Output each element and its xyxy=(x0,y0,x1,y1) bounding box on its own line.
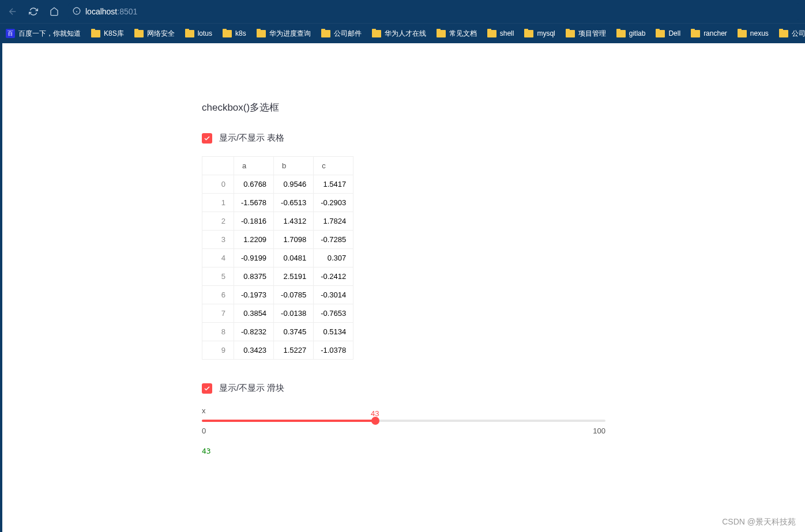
folder-icon xyxy=(372,30,381,37)
table-row[interactable]: 2-0.18161.43121.7824 xyxy=(202,212,353,231)
cell[interactable]: 1.5417 xyxy=(314,175,353,194)
folder-icon xyxy=(656,30,665,37)
slider-output: 43 xyxy=(202,447,605,455)
cell[interactable]: -0.6513 xyxy=(274,194,314,212)
folder-icon xyxy=(616,30,626,37)
bookmark-label: Dell xyxy=(668,29,680,37)
site-icon: 百 xyxy=(6,29,15,38)
bookmark-item[interactable]: k8s xyxy=(223,29,246,37)
bookmark-item[interactable]: mysql xyxy=(524,29,555,37)
back-button[interactable] xyxy=(6,5,20,18)
bookmark-item[interactable]: gitlab xyxy=(616,29,646,37)
slider-track[interactable] xyxy=(202,420,605,422)
bookmark-item[interactable]: 华为进度查询 xyxy=(257,29,311,39)
folder-icon xyxy=(321,30,330,37)
checkbox-show-slider[interactable]: 显示/不显示 滑块 xyxy=(202,383,605,394)
slider-thumb[interactable] xyxy=(371,417,379,425)
checkbox-icon[interactable] xyxy=(202,133,212,144)
column-header[interactable]: b xyxy=(274,157,314,175)
home-button[interactable] xyxy=(47,5,61,18)
cell[interactable]: 0.3423 xyxy=(234,341,274,360)
page-body: checkbox()多选框 显示/不显示 表格 abc 00.67680.954… xyxy=(0,43,805,532)
bookmark-label: shell xyxy=(500,29,514,37)
bookmark-item[interactable]: 华为人才在线 xyxy=(372,29,426,39)
bookmark-label: rancher xyxy=(704,29,727,37)
bookmark-label: K8S库 xyxy=(104,29,124,39)
row-index: 0 xyxy=(202,175,234,194)
cell[interactable]: 0.3854 xyxy=(234,304,274,323)
cell[interactable]: 0.5134 xyxy=(314,323,353,341)
cell[interactable]: 0.8375 xyxy=(234,267,274,286)
cell[interactable]: 1.4312 xyxy=(274,212,314,231)
table-row[interactable]: 70.3854-0.0138-0.7653 xyxy=(202,304,353,323)
bookmark-item[interactable]: nexus xyxy=(738,29,769,37)
cell[interactable]: 0.3745 xyxy=(274,323,314,341)
folder-icon xyxy=(524,30,533,37)
bookmark-item[interactable]: Dell xyxy=(656,29,680,37)
info-icon[interactable] xyxy=(73,7,81,17)
cell[interactable]: 1.7098 xyxy=(274,231,314,249)
cell[interactable]: 0.6768 xyxy=(234,175,274,194)
bookmark-item[interactable]: 百百度一下，你就知道 xyxy=(6,29,81,39)
data-table[interactable]: abc 00.67680.95461.54171-1.5678-0.6513-0… xyxy=(202,156,353,360)
column-header[interactable]: c xyxy=(314,157,353,175)
cell[interactable]: -0.1973 xyxy=(234,286,274,304)
cell[interactable]: 0.0481 xyxy=(274,249,314,267)
bookmark-item[interactable]: K8S库 xyxy=(91,29,124,39)
bookmark-item[interactable]: lotus xyxy=(185,29,212,37)
table-row[interactable]: 50.83752.5191-0.2412 xyxy=(202,267,353,286)
table-row[interactable]: 90.34231.5227-1.0378 xyxy=(202,341,353,360)
cell[interactable]: -0.0138 xyxy=(274,304,314,323)
table-row[interactable]: 8-0.82320.37450.5134 xyxy=(202,323,353,341)
checkbox-show-table[interactable]: 显示/不显示 表格 xyxy=(202,133,605,144)
table-row[interactable]: 31.22091.7098-0.7285 xyxy=(202,231,353,249)
cell[interactable]: -1.5678 xyxy=(234,194,274,212)
cell[interactable]: -0.8232 xyxy=(234,323,274,341)
cell[interactable]: -0.0785 xyxy=(274,286,314,304)
slider-label: x xyxy=(202,406,605,415)
cell[interactable]: -0.9199 xyxy=(234,249,274,267)
cell[interactable]: 0.307 xyxy=(314,249,353,267)
table-row[interactable]: 1-1.5678-0.6513-0.2903 xyxy=(202,194,353,212)
bookmark-label: 华为进度查询 xyxy=(269,29,311,39)
cell[interactable]: -0.3014 xyxy=(314,286,353,304)
bookmark-item[interactable]: 公司邮件 xyxy=(321,29,362,39)
row-index: 7 xyxy=(202,304,234,323)
cell[interactable]: -0.1816 xyxy=(234,212,274,231)
cell[interactable]: 1.2209 xyxy=(234,231,274,249)
bookmark-item[interactable]: rancher xyxy=(691,29,727,37)
folder-icon xyxy=(91,30,100,37)
address-bar[interactable]: localhost:8501 xyxy=(68,3,799,20)
row-index: 2 xyxy=(202,212,234,231)
slider[interactable]: 43 xyxy=(202,420,605,422)
page-title: checkbox()多选框 xyxy=(202,101,605,114)
cell[interactable]: -1.0378 xyxy=(314,341,353,360)
bookmark-item[interactable]: 常见文档 xyxy=(437,29,477,39)
cell[interactable]: 0.9546 xyxy=(274,175,314,194)
column-header[interactable]: a xyxy=(234,157,274,175)
row-index: 9 xyxy=(202,341,234,360)
checkbox-icon[interactable] xyxy=(202,383,212,394)
bookmark-label: gitlab xyxy=(629,29,646,37)
table-row[interactable]: 4-0.91990.04810.307 xyxy=(202,249,353,267)
cell[interactable]: 2.5191 xyxy=(274,267,314,286)
cell[interactable]: 1.7824 xyxy=(314,212,353,231)
checkbox-slider-label: 显示/不显示 滑块 xyxy=(219,383,284,394)
refresh-button[interactable] xyxy=(27,5,40,18)
bookmark-item[interactable]: 项目管理 xyxy=(566,29,606,39)
table-row[interactable]: 00.67680.95461.5417 xyxy=(202,175,353,194)
browser-toolbar: localhost:8501 xyxy=(0,0,805,23)
cell[interactable]: -0.7653 xyxy=(314,304,353,323)
bookmark-item[interactable]: 公司 xyxy=(779,29,805,39)
cell[interactable]: 1.5227 xyxy=(274,341,314,360)
cell[interactable]: -0.2412 xyxy=(314,267,353,286)
cell[interactable]: -0.2903 xyxy=(314,194,353,212)
folder-icon xyxy=(223,30,232,37)
cell[interactable]: -0.7285 xyxy=(314,231,353,249)
bookmark-item[interactable]: shell xyxy=(487,29,514,37)
table-row[interactable]: 6-0.1973-0.0785-0.3014 xyxy=(202,286,353,304)
bookmark-item[interactable]: 网络安全 xyxy=(134,29,175,39)
bookmark-label: 常见文档 xyxy=(449,29,477,39)
bookmark-label: 项目管理 xyxy=(578,29,606,39)
folder-icon xyxy=(185,30,194,37)
